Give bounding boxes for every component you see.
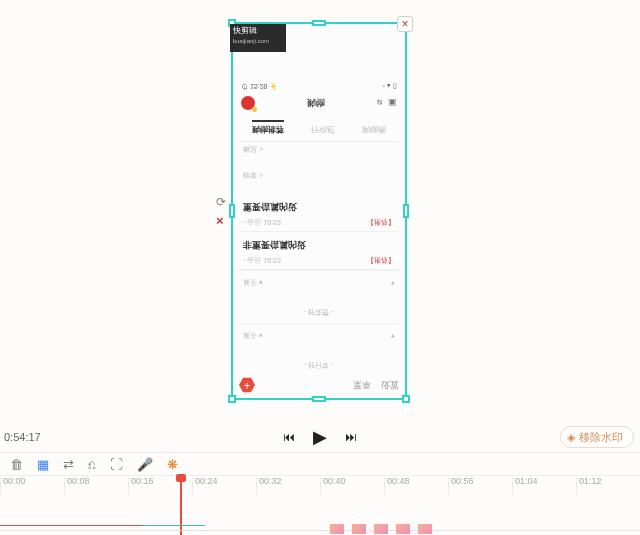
ruler-tick: 00:40 [320,476,384,494]
voice-tool-icon[interactable]: ❋ [167,457,178,472]
phone-mock-content: 菜单 设置 - 好日常 - 展开 ▾▾ - 好花费 - 展开 ▾▾ ◦ 会员 1… [233,24,405,398]
audio-track[interactable] [0,522,640,530]
swap-tool-icon[interactable]: ⇄ [63,457,74,472]
delete-tool-icon[interactable]: 🗑 [10,457,23,472]
timeline-toolbar: 🗑 ▦ ⇄ ⎌ ⛶ 🎤 ❋ [0,452,640,476]
phone-tab-1: 行动栏 [311,120,335,135]
qr-icon: ▣ [388,98,397,108]
section-a-label: - 好日常 - [239,358,399,376]
ruler-tick: 00:48 [384,476,448,494]
top-icon-2: 设置 [381,379,399,392]
card2-meta-left: ◦ 会员 18:53 [243,217,281,227]
hex-add-icon [239,377,255,393]
divider-line [0,530,640,531]
mini2: 概况 > [243,144,263,154]
sys-time: ⏱ 15:28 ⚡ [241,82,278,90]
canvas-stage[interactable]: × 菜单 设置 - 好日常 - 展开 ▾▾ - 好花费 - 展开 ▾▾ ◦ 会员… [0,0,640,412]
card1-title: 非重要信属的设 [243,238,395,251]
diamond-icon: ◈ [567,431,575,444]
crop-tool-icon[interactable]: ⛶ [110,457,123,472]
expand-a: 展开 ▾ [243,330,263,340]
card2-title: 重要信属的设 [243,200,395,213]
card2-meta-right: 【推荐】 [367,217,395,227]
ruler-tick: 00:32 [256,476,320,494]
mini1: 标签 > [243,170,263,180]
pill-label: 移除水印 [579,430,623,445]
phone-tab-0: 购物推荐 [252,120,284,135]
split-tool-icon[interactable]: ⎌ [88,457,96,472]
card1-meta-right: 【推荐】 [367,255,395,265]
ruler-tick: 00:24 [192,476,256,494]
clip-thumbnails[interactable] [330,524,432,534]
scan-icon: ⌀ [377,98,382,108]
expand-b: 展开 ▾ [243,277,263,287]
ruler-tick: 00:56 [448,476,512,494]
grid-tool-icon[interactable]: ▦ [37,457,49,472]
watermark-overlay[interactable]: 快剪辑 kuaijianji.com [230,24,286,52]
playback-bar: 0:54:17 ⏮ ▶ ⏭ ◈ 移除水印 [0,424,640,450]
ruler-tick: 01:12 [576,476,640,494]
watermark-line1: 快剪辑 [233,26,283,36]
top-icon-1: 菜单 [353,379,371,392]
ruler-tick: 00:08 [64,476,128,494]
timeline-tracks[interactable] [0,494,640,535]
app-badge-icon [241,96,255,110]
refresh-icon[interactable]: ⟳ [216,195,226,209]
step-back-button[interactable]: ⏮ [283,430,295,444]
watermark-line2: kuaijianji.com [233,36,283,46]
sys-status-icons: ◦ ▴ ▯ [383,82,397,90]
ruler-tick: 00:00 [0,476,64,494]
mic-tool-icon[interactable]: 🎤 [137,457,153,472]
section-b-label: - 好花费 - [239,305,399,323]
step-forward-button[interactable]: ⏭ [345,430,357,444]
playback-time: 0:54:17 [4,431,41,443]
card1-meta-left: ◦ 会员 18:53 [243,255,281,265]
status-title: 购物 [307,97,325,110]
delete-icon[interactable]: × [216,213,224,228]
phone-tab-2: 购物圈 [362,120,386,135]
ruler-tick: 01:04 [512,476,576,494]
remove-watermark-button[interactable]: ◈ 移除水印 [560,426,634,448]
play-button[interactable]: ▶ [313,426,327,448]
selected-clip-frame[interactable]: × 菜单 设置 - 好日常 - 展开 ▾▾ - 好花费 - 展开 ▾▾ ◦ 会员… [231,22,407,400]
timeline-ruler[interactable]: 00:00 00:08 00:16 00:24 00:32 00:40 00:4… [0,476,640,494]
